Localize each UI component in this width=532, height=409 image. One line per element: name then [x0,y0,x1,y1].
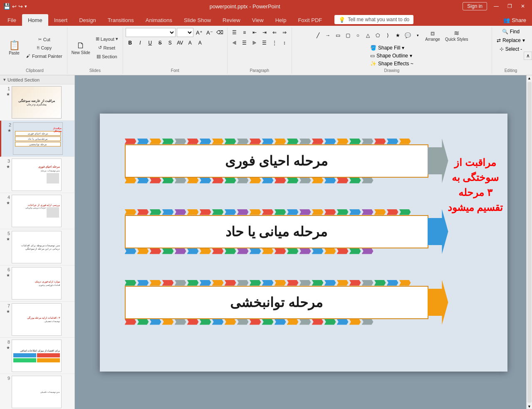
ribbon-collapse-button[interactable]: ∧ [524,52,532,60]
slide-thumb-1[interactable]: 1 ★ مراقبت از عارضه سوختگی پیشگیری و درم… [0,84,74,121]
tab-help[interactable]: Help [270,14,292,26]
new-slide-button[interactable]: 🗋 New Slide [70,39,92,57]
slide-panel: ▾ Untitled Section 1 ★ مراقبت از عارضه س… [0,75,75,409]
slide-thumb-6[interactable]: 6 ★ موارد ارایه فوری درمان اقدامات اورژا… [0,265,74,302]
section-header[interactable]: ▾ Untitled Section [0,75,74,84]
text-highlight-button[interactable]: A [195,38,205,47]
slide-number-8: 8 [7,340,10,345]
slide-thumb-3[interactable]: 3 ★ مرحله احیای فوری متن توضیحات مرحله [0,157,74,193]
slide-thumb-4[interactable]: 4 ★ بررسی ارایه فوری از جراحات جزئیات بر… [0,193,74,229]
underline-button[interactable]: U [146,38,155,47]
slide-thumb-8[interactable]: 8 ★ برای اقتصاد از میزان اطلاعات اضافی [0,338,74,374]
font-size-select[interactable] [177,28,193,37]
indent-decrease-button[interactable]: ⇤ [250,28,259,37]
shape-effects-button[interactable]: ✨ Shape Effects ~ [368,60,416,67]
strikethrough-button[interactable]: S [156,38,165,47]
arrange-button[interactable]: ⧈ Arrange [423,28,442,43]
ltr-button[interactable]: ⇒ [280,28,289,37]
cut-button[interactable]: ✂ Cut [24,36,64,43]
save-icon[interactable]: 💾 [3,3,10,10]
bullet-list-button[interactable]: ☰ [230,28,239,37]
shape-outline-button[interactable]: ▭ Shape Outline ▾ [368,52,416,59]
callout-shape-button[interactable]: 💬 [403,31,412,40]
tab-file[interactable]: File [2,14,22,26]
find-button[interactable]: 🔍 Find [500,28,522,35]
tab-review[interactable]: Review [217,14,246,26]
redo-icon[interactable]: ↪ [18,3,23,10]
font-spacing-button[interactable]: AV [176,38,185,47]
replace-button[interactable]: ⇄ Replace ▾ [495,37,527,44]
shapes-more-button[interactable]: ▾ [413,31,422,40]
paste-button[interactable]: 📋 Paste [5,38,23,57]
font-name-select[interactable] [126,28,176,37]
slide-thumb-7[interactable]: 7 ★ ۳ - اقدامات ارایه مرحله بیزرگی توضیح… [0,302,74,338]
reset-button[interactable]: ↺ Reset [94,44,120,52]
line-spacing-button[interactable]: ↕ [280,38,289,47]
align-right-button[interactable]: ⫸ [250,38,259,47]
scroll-up-button[interactable]: ▲ [527,75,532,81]
slide-thumb-9[interactable]: 9 متن توضیحات تکمیلی [0,374,74,409]
tell-me-box[interactable]: 💡 Tell me what you want to do [334,15,413,24]
box1-arrow [428,139,448,183]
section-button[interactable]: ▤ Section [94,52,120,60]
pentagon-shape-button[interactable]: ⬠ [373,31,382,40]
increase-font-button[interactable]: A⁺ [195,28,204,37]
editing-label: Editing [505,67,517,73]
align-center-button[interactable]: ☰ [240,38,249,47]
star-icon-3: ★ [6,164,10,169]
bold-button[interactable]: B [126,38,135,47]
scroll-down-button[interactable]: ▼ [527,404,532,409]
align-left-button[interactable]: ⫷ [230,38,239,47]
chevron-shape-button[interactable]: ⟩ [383,31,392,40]
tab-view[interactable]: View [246,14,270,26]
tab-transitions[interactable]: Transitions [102,14,140,26]
quick-access-toolbar[interactable]: 💾 ↩ ↪ ▾ [3,3,27,10]
numbered-list-button[interactable]: ≡ [240,28,249,37]
columns-button[interactable]: ⋮ [270,38,279,47]
shape-fill-button[interactable]: 🪣 Shape Fill ▾ [368,44,416,52]
quick-styles-button[interactable]: ≋ Quick Styles [443,28,470,43]
replace-dropdown[interactable]: ▾ [522,37,525,43]
restore-button[interactable]: ❐ [504,2,515,10]
format-painter-button[interactable]: 🖌 Format Painter [24,52,64,60]
vertical-scrollbar[interactable]: ▲ ▼ [526,75,532,409]
clear-format-button[interactable]: ⌫ [215,28,225,37]
sign-in-button[interactable]: Sign in [463,2,487,10]
tab-design[interactable]: Design [73,14,101,26]
italic-button[interactable]: I [136,38,145,47]
shape-outline-dropdown[interactable]: ▾ [410,53,412,59]
scroll-thumb[interactable] [527,82,532,403]
shadow-button[interactable]: S [166,38,175,47]
close-button[interactable]: ✕ [517,2,529,10]
tab-animations[interactable]: Animations [140,14,178,26]
rect-shape-button[interactable]: ▭ [333,31,342,40]
line-shape-button[interactable]: ╱ [313,31,322,40]
tab-insert[interactable]: Insert [48,14,74,26]
star-shape-button[interactable]: ★ [393,31,402,40]
tab-home[interactable]: Home [22,14,48,26]
slide-thumb-5[interactable]: 5 ★ متن توضیحات مربوطه برای اقدامات درما… [0,229,74,265]
slide-thumb-2[interactable]: 2 ★ مرحله احیای فوری مرحله میانی یا حاد … [0,121,74,157]
tab-slideshow[interactable]: Slide Show [178,14,217,26]
share-button[interactable]: 👥 Share [497,15,532,25]
undo-icon[interactable]: ↩ [12,3,17,10]
arrow-shape-button[interactable]: → [323,31,332,40]
indent-increase-button[interactable]: ⇥ [260,28,269,37]
quick-styles-icon: ≋ [454,29,459,37]
font-color-label[interactable]: A [186,38,195,47]
decrease-font-button[interactable]: A⁻ [205,28,214,37]
justify-button[interactable]: ☰ [260,38,269,47]
rounded-rect-button[interactable]: ▢ [343,31,352,40]
shape-fill-dropdown[interactable]: ▾ [402,45,404,51]
slide-box-3[interactable]: مرحله توانبخشی [125,280,466,325]
layout-button[interactable]: ⊞ Layout ▾ [94,35,120,43]
minimize-button[interactable]: — [490,2,502,10]
rtl-button[interactable]: ⇐ [270,28,279,37]
triangle-shape-button[interactable]: △ [363,31,372,40]
select-button[interactable]: ⊹ Select - [497,45,525,53]
oval-shape-button[interactable]: ○ [353,31,362,40]
slide-box-2[interactable]: مرحله میانی یا حاد [125,209,466,254]
copy-button[interactable]: ⎘ Copy [24,44,64,52]
slide-box-1[interactable]: مرحله احیای فوری [125,139,466,183]
tab-foxit[interactable]: Foxit PDF [292,14,328,26]
